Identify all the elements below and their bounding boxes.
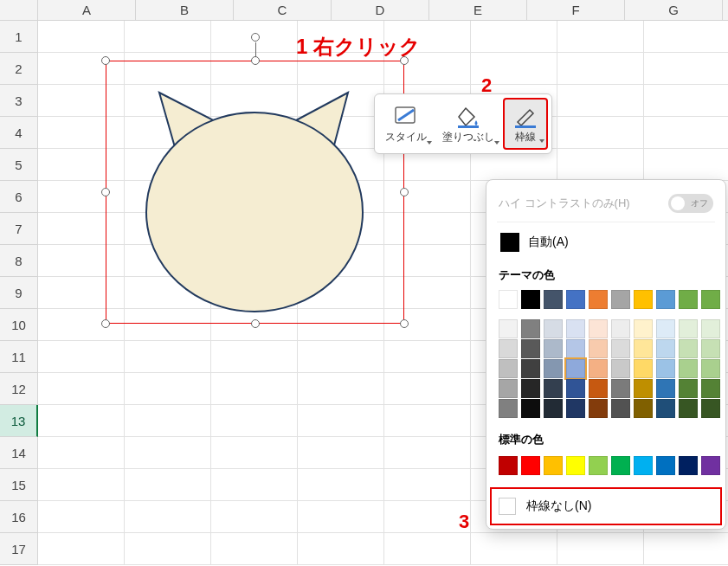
cell[interactable] <box>38 533 125 565</box>
resize-handle-mr[interactable] <box>400 188 409 196</box>
color-swatch[interactable] <box>589 290 608 309</box>
color-swatch[interactable] <box>701 339 720 358</box>
color-swatch[interactable] <box>656 379 675 398</box>
color-swatch[interactable] <box>679 399 698 418</box>
color-swatch[interactable] <box>701 359 720 378</box>
color-swatch[interactable] <box>566 339 585 358</box>
column-header[interactable]: B <box>136 0 234 21</box>
cell[interactable] <box>298 405 384 437</box>
cell[interactable] <box>211 533 298 565</box>
column-header[interactable]: C <box>234 0 332 21</box>
row-header[interactable]: 15 <box>0 469 38 501</box>
color-swatch[interactable] <box>566 456 585 475</box>
cell[interactable] <box>211 341 298 373</box>
color-swatch[interactable] <box>611 399 630 418</box>
cell[interactable] <box>471 533 557 565</box>
color-swatch[interactable] <box>499 339 518 358</box>
color-swatch[interactable] <box>656 359 675 378</box>
row-header[interactable]: 11 <box>0 341 38 373</box>
color-swatch[interactable] <box>701 379 720 398</box>
cell[interactable] <box>125 341 211 373</box>
color-swatch[interactable] <box>521 399 540 418</box>
color-swatch[interactable] <box>544 319 563 338</box>
cell[interactable] <box>38 341 125 373</box>
color-swatch[interactable] <box>566 399 585 418</box>
rotate-handle[interactable] <box>251 33 260 42</box>
column-header[interactable]: G <box>625 0 723 21</box>
cell[interactable] <box>557 53 644 85</box>
column-header[interactable]: D <box>332 0 429 21</box>
color-swatch[interactable] <box>566 319 585 338</box>
color-swatch[interactable] <box>521 379 540 398</box>
color-swatch[interactable] <box>701 399 720 418</box>
column-header[interactable]: A <box>38 0 136 21</box>
row-header[interactable]: 10 <box>0 309 38 341</box>
row-header[interactable]: 16 <box>0 501 38 533</box>
color-swatch[interactable] <box>499 359 518 378</box>
resize-handle-ml[interactable] <box>101 188 110 196</box>
color-swatch[interactable] <box>634 319 653 338</box>
row-header[interactable]: 12 <box>0 373 38 405</box>
cell[interactable] <box>211 437 298 469</box>
color-swatch[interactable] <box>499 290 518 309</box>
cell[interactable] <box>298 373 384 405</box>
resize-handle-bl[interactable] <box>101 319 110 328</box>
color-swatch[interactable] <box>611 319 630 338</box>
color-swatch[interactable] <box>589 319 608 338</box>
cell[interactable] <box>211 501 298 533</box>
cell[interactable] <box>644 21 728 53</box>
cell[interactable] <box>557 533 644 565</box>
color-swatch[interactable] <box>521 339 540 358</box>
color-swatch[interactable] <box>589 456 608 475</box>
column-header[interactable]: E <box>429 0 527 21</box>
cell[interactable] <box>557 85 644 117</box>
color-swatch[interactable] <box>521 319 540 338</box>
color-swatch[interactable] <box>611 290 630 309</box>
cell[interactable] <box>298 437 384 469</box>
cell[interactable] <box>125 405 211 437</box>
cell[interactable] <box>557 149 644 181</box>
cell[interactable] <box>298 341 384 373</box>
resize-handle-bm[interactable] <box>251 319 260 328</box>
cell[interactable] <box>384 469 471 501</box>
cell[interactable] <box>211 405 298 437</box>
color-swatch[interactable] <box>544 339 563 358</box>
color-swatch[interactable] <box>521 359 540 378</box>
resize-handle-tl[interactable] <box>101 56 110 65</box>
row-header[interactable]: 9 <box>0 277 38 309</box>
row-header[interactable]: 6 <box>0 181 38 213</box>
row-header[interactable]: 1 <box>0 21 38 53</box>
color-swatch[interactable] <box>634 399 653 418</box>
high-contrast-toggle[interactable]: オフ <box>668 194 713 213</box>
cell[interactable] <box>384 341 471 373</box>
column-header[interactable]: F <box>527 0 625 21</box>
color-swatch[interactable] <box>566 379 585 398</box>
color-swatch[interactable] <box>701 456 720 475</box>
select-all-corner[interactable] <box>0 0 38 21</box>
color-swatch[interactable] <box>656 319 675 338</box>
color-swatch[interactable] <box>679 456 698 475</box>
cell[interactable] <box>298 533 384 565</box>
color-swatch[interactable] <box>611 359 630 378</box>
cell[interactable] <box>384 437 471 469</box>
color-swatch[interactable] <box>521 290 540 309</box>
cell[interactable] <box>384 533 471 565</box>
cell[interactable] <box>644 53 728 85</box>
color-swatch[interactable] <box>701 290 720 309</box>
row-header[interactable]: 4 <box>0 117 38 149</box>
row-header[interactable]: 8 <box>0 245 38 277</box>
cell[interactable] <box>38 373 125 405</box>
color-swatch[interactable] <box>544 359 563 378</box>
color-swatch[interactable] <box>611 456 630 475</box>
color-swatch[interactable] <box>544 379 563 398</box>
cell[interactable] <box>38 501 125 533</box>
cell[interactable] <box>557 117 644 149</box>
color-swatch[interactable] <box>679 379 698 398</box>
color-swatch[interactable] <box>656 456 675 475</box>
color-swatch[interactable] <box>544 456 563 475</box>
style-button[interactable]: スタイル <box>378 98 434 150</box>
color-swatch[interactable] <box>679 359 698 378</box>
cell[interactable] <box>557 21 644 53</box>
cell[interactable] <box>644 85 728 117</box>
row-header[interactable]: 2 <box>0 53 38 85</box>
